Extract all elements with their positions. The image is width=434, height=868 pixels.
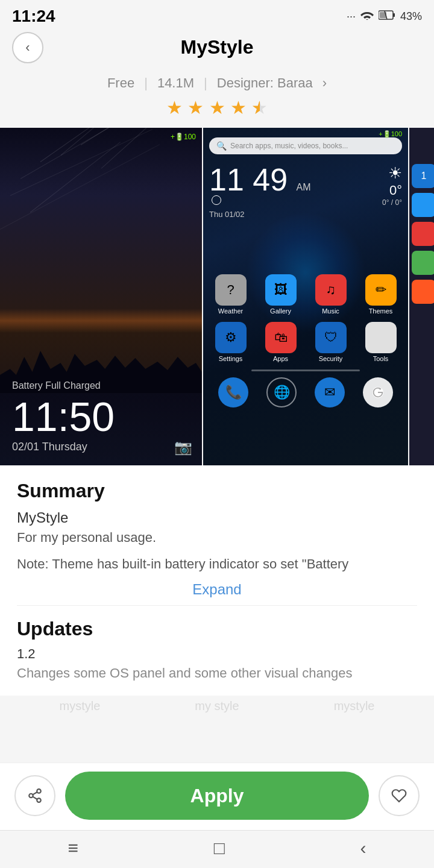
status-bar: 11:24 ··· 43% bbox=[0, 0, 434, 30]
hs-ampm: AM bbox=[297, 182, 311, 192]
weather-icon: ? bbox=[215, 274, 247, 306]
watermark-3: mystyle bbox=[334, 699, 375, 713]
dock-messages[interactable]: ✉ bbox=[315, 377, 345, 407]
temp-range: 0° / 0° bbox=[382, 198, 402, 207]
svg-point-7 bbox=[37, 798, 41, 802]
homescreen-search[interactable]: 🔍 Search apps, music, videos, books... bbox=[209, 137, 402, 154]
tools-label: Tools bbox=[373, 355, 389, 362]
wifi-icon bbox=[360, 10, 374, 23]
star-2: ★ bbox=[187, 98, 204, 118]
star-4: ★ bbox=[230, 98, 247, 118]
dock-indicator bbox=[251, 370, 360, 371]
menu-nav-icon[interactable]: ≡ bbox=[68, 838, 78, 858]
app-grid-row2: ⚙ Settings 🛍 Apps 🛡 Security bbox=[203, 319, 408, 365]
nav-bar: ≡ □ ‹ bbox=[0, 830, 434, 868]
lockscreen-time: 11:50 bbox=[12, 396, 190, 437]
app-security[interactable]: 🛡 Security bbox=[307, 322, 354, 362]
battery-indicator-top-2: +🔋100 bbox=[379, 130, 402, 138]
security-icon: 🛡 bbox=[315, 322, 347, 353]
apps-label: Apps bbox=[273, 355, 288, 362]
themes-icon: ✏ bbox=[365, 274, 397, 306]
svg-rect-1 bbox=[393, 13, 395, 17]
screenshots-carousel[interactable]: +🔋100 Battery Full Charged 11:50 02/01 T… bbox=[0, 128, 434, 465]
section-divider bbox=[17, 605, 417, 606]
action-buttons: Apply bbox=[14, 772, 420, 820]
partial-app-2 bbox=[412, 193, 434, 217]
price-label: Free bbox=[107, 75, 134, 91]
theme-description: For my personal usage. bbox=[17, 530, 417, 546]
rating-stars: ★ ★ ★ ★ ★ ★ bbox=[0, 93, 434, 128]
hs-clock-time: 11 49 AM bbox=[209, 164, 311, 195]
battery-box-icon bbox=[379, 10, 395, 24]
watermark-1: mystyle bbox=[60, 699, 101, 713]
designer-label: Designer: Baraa bbox=[217, 75, 313, 91]
content-area: Summary MyStyle For my personal usage. N… bbox=[0, 465, 434, 696]
status-icons: ··· 43% bbox=[347, 10, 422, 24]
battery-indicator-top: +🔋100 bbox=[171, 133, 196, 141]
weather-widget: ☀ 0° 0° / 0° bbox=[382, 164, 402, 207]
svg-line-8 bbox=[33, 797, 37, 799]
theme-note: Note: Theme has built-in battery indicat… bbox=[17, 554, 417, 574]
lockscreen-date: 02/01 Thursday bbox=[12, 441, 190, 453]
hs-clock-block: 11 49 AM Thu 01/02 bbox=[209, 164, 311, 219]
themes-label: Themes bbox=[369, 307, 393, 315]
settings-icon: ⚙ bbox=[215, 322, 247, 353]
like-button[interactable] bbox=[379, 775, 420, 816]
home-nav-icon[interactable]: □ bbox=[214, 838, 225, 858]
gallery-icon: 🖼 bbox=[265, 274, 297, 306]
star-1: ★ bbox=[166, 98, 183, 118]
designer-arrow-icon[interactable]: › bbox=[322, 75, 327, 91]
screenshot-homescreen: +🔋100 🔍 Search apps, music, videos, book… bbox=[203, 128, 408, 465]
location-icon bbox=[212, 195, 221, 205]
size-label: 14.1M bbox=[157, 75, 194, 91]
battery-status-text: Battery Full Charged bbox=[12, 380, 190, 391]
search-icon-g: 🔍 bbox=[216, 141, 227, 151]
gallery-label: Gallery bbox=[270, 307, 291, 315]
app-grid-row1: ? Weather 🖼 Gallery ♫ Music ✏ Themes bbox=[203, 272, 408, 317]
partial-app-5 bbox=[412, 280, 434, 304]
dock-browser[interactable]: 🌐 bbox=[266, 377, 297, 407]
watermark-2: my style bbox=[195, 699, 239, 713]
apply-label: Apply bbox=[190, 785, 244, 807]
app-apps[interactable]: 🛍 Apps bbox=[257, 322, 304, 362]
temperature: 0° bbox=[382, 183, 402, 198]
partial-app-1: 1 bbox=[412, 164, 434, 188]
star-5-half: ★ ★ bbox=[251, 97, 268, 118]
app-music[interactable]: ♫ Music bbox=[307, 274, 354, 315]
separator-1: | bbox=[144, 75, 148, 91]
expand-button[interactable]: Expand bbox=[17, 574, 417, 605]
version-number: 1.2 bbox=[17, 646, 417, 662]
back-button[interactable]: ‹ bbox=[12, 32, 43, 63]
weather-label: Weather bbox=[218, 307, 243, 315]
svg-point-6 bbox=[29, 794, 33, 798]
apply-button[interactable]: Apply bbox=[65, 772, 369, 820]
share-button[interactable] bbox=[14, 775, 55, 816]
header: ‹ MyStyle bbox=[0, 30, 434, 71]
back-nav-icon[interactable]: ‹ bbox=[360, 838, 366, 858]
theme-name: MyStyle bbox=[17, 509, 417, 526]
more-icon: ··· bbox=[347, 10, 356, 23]
tools-icon bbox=[365, 322, 397, 353]
partial-app-3 bbox=[412, 222, 434, 246]
dock-google[interactable] bbox=[363, 377, 393, 407]
separator-2: | bbox=[204, 75, 207, 91]
dock-phone[interactable]: 📞 bbox=[218, 377, 248, 407]
music-icon: ♫ bbox=[315, 274, 347, 306]
bottom-action-bar: Apply bbox=[0, 763, 434, 832]
battery-percentage: 43% bbox=[400, 10, 422, 23]
app-settings[interactable]: ⚙ Settings bbox=[207, 322, 254, 362]
meta-info: Free | 14.1M | Designer: Baraa › bbox=[0, 71, 434, 93]
homescreen-status-bar bbox=[203, 128, 408, 135]
app-weather[interactable]: ? Weather bbox=[207, 274, 254, 315]
app-gallery[interactable]: 🖼 Gallery bbox=[257, 274, 304, 315]
screenshot-lockscreen: +🔋100 Battery Full Charged 11:50 02/01 T… bbox=[0, 128, 202, 465]
screenshot-partial: 1 bbox=[409, 128, 434, 465]
back-icon: ‹ bbox=[25, 40, 30, 55]
app-tools[interactable]: Tools bbox=[357, 322, 404, 362]
horizon-glow bbox=[0, 309, 202, 333]
search-placeholder: Search apps, music, videos, books... bbox=[230, 142, 348, 150]
star-3: ★ bbox=[209, 98, 225, 118]
svg-line-9 bbox=[33, 792, 37, 794]
security-label: Security bbox=[319, 355, 343, 362]
app-themes[interactable]: ✏ Themes bbox=[357, 274, 404, 315]
